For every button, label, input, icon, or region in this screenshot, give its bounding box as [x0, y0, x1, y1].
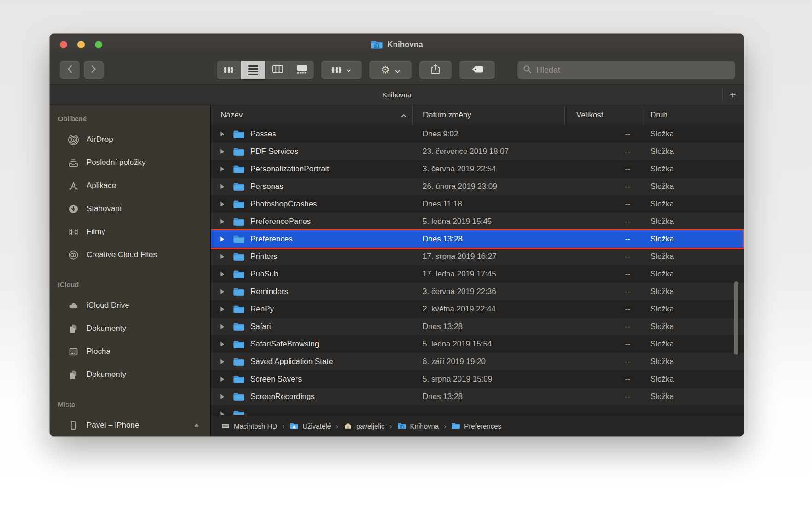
- column-view-icon: [272, 65, 283, 75]
- sidebar-item-aplikace[interactable]: Aplikace: [50, 174, 210, 197]
- group-button[interactable]: [321, 61, 362, 79]
- disclosure-triangle-icon[interactable]: [220, 166, 226, 172]
- desktop-icon: [67, 346, 80, 358]
- table-row[interactable]: Safari Dnes 13:28 -- Složka: [211, 318, 744, 335]
- table-row[interactable]: Passes Dnes 9:02 -- Složka: [211, 125, 744, 143]
- breadcrumb-macintosh-hd[interactable]: Macintosh HD: [221, 422, 277, 430]
- folder-icon: [233, 322, 245, 332]
- disclosure-triangle-icon[interactable]: [220, 393, 226, 400]
- icloud-icon: [67, 299, 80, 312]
- table-row[interactable]: PubSub 17. ledna 2019 17:45 -- Složka: [211, 265, 744, 283]
- vertical-scrollbar[interactable]: [734, 281, 738, 355]
- sidebar-item-creative-cloud-files[interactable]: Creative Cloud Files: [50, 243, 210, 266]
- sidebar-item-dokumenty[interactable]: Dokumenty: [50, 317, 210, 340]
- folder-icon: [233, 164, 245, 174]
- table-row[interactable]: PersonalizationPortrait 3. června 2019 2…: [211, 160, 744, 178]
- disclosure-triangle-icon[interactable]: [220, 358, 226, 365]
- forward-button[interactable]: [84, 61, 104, 79]
- search-field[interactable]: [517, 61, 735, 79]
- sidebar-item-plocha[interactable]: Plocha: [50, 340, 210, 363]
- drive-icon: [221, 422, 230, 430]
- sidebar-section-title: Oblíbené: [58, 114, 210, 123]
- table-row[interactable]: Printers 17. srpna 2019 16:27 -- Složka: [211, 248, 744, 265]
- disclosure-triangle-icon[interactable]: [220, 288, 226, 295]
- share-button[interactable]: [419, 61, 452, 79]
- table-row[interactable]: PreferencePanes 5. ledna 2019 15:45 -- S…: [211, 213, 744, 230]
- tag-button[interactable]: [459, 61, 495, 79]
- disclosure-triangle-icon[interactable]: [220, 271, 226, 277]
- disclosure-triangle-icon[interactable]: [220, 376, 226, 382]
- table-row[interactable]: ScreenRecordings Dnes 13:28 -- Složka: [211, 388, 744, 405]
- library-folder-icon: [397, 422, 406, 430]
- table-row[interactable]: SafariSafeBrowsing 5. ledna 2019 15:54 -…: [211, 335, 744, 353]
- table-row[interactable]: PDF Services 23. července 2019 18:07 -- …: [211, 143, 744, 160]
- folder-icon: [233, 200, 245, 209]
- home-icon: [343, 422, 353, 430]
- disclosure-triangle-icon[interactable]: [220, 148, 226, 155]
- table-row[interactable]: RenPy 2. května 2019 22:44 -- Složka: [211, 300, 744, 318]
- close-button[interactable]: [60, 41, 67, 48]
- table-row[interactable]: Preferences Dnes 13:28 -- Složka: [211, 230, 744, 248]
- chevron-down-icon: [346, 66, 351, 74]
- folder-icon: [233, 357, 245, 367]
- creative-cloud-icon: [67, 249, 80, 261]
- sidebar-item-stahovani[interactable]: Stahování: [50, 197, 210, 220]
- titlebar[interactable]: Knihovna: [50, 34, 744, 56]
- sidebar-item-icloud-drive[interactable]: iCloud Drive: [50, 294, 210, 317]
- library-folder-icon: [371, 40, 383, 50]
- list-view-button[interactable]: [241, 61, 266, 79]
- disclosure-triangle-icon[interactable]: [220, 131, 226, 137]
- icon-view-button[interactable]: [217, 61, 241, 79]
- toolbar: ⚙: [50, 56, 744, 84]
- disclosure-triangle-icon[interactable]: [220, 183, 226, 190]
- sort-ascending-icon[interactable]: [401, 111, 406, 120]
- disclosure-triangle-icon[interactable]: [220, 236, 226, 242]
- disclosure-triangle-icon[interactable]: [220, 253, 226, 260]
- table-row-partial[interactable]: [211, 405, 744, 415]
- breadcrumb-separator: ›: [282, 422, 284, 430]
- table-row[interactable]: Reminders 3. června 2019 22:36 -- Složka: [211, 283, 744, 300]
- back-button[interactable]: [60, 61, 80, 79]
- sidebar-section: Místa Pavel – iPhone: [50, 400, 210, 436]
- disclosure-triangle-icon[interactable]: [220, 201, 226, 207]
- disclosure-triangle-icon[interactable]: [220, 411, 226, 415]
- breadcrumb-knihovna[interactable]: Knihovna: [397, 422, 439, 430]
- window-title-group: Knihovna: [371, 40, 423, 50]
- column-header-size[interactable]: Velikost: [565, 105, 642, 125]
- gallery-view-button[interactable]: [290, 61, 314, 79]
- column-header-name[interactable]: Název: [211, 105, 413, 125]
- sidebar-item-filmy[interactable]: Filmy: [50, 220, 210, 243]
- eject-icon[interactable]: [193, 422, 200, 429]
- disclosure-triangle-icon[interactable]: [220, 218, 226, 225]
- breadcrumb-separator: ›: [336, 422, 338, 430]
- disclosure-triangle-icon[interactable]: [220, 306, 226, 312]
- sidebar-item-pavel-iphone[interactable]: Pavel – iPhone: [50, 414, 210, 436]
- breadcrumb-uzivatele[interactable]: Uživatelé: [290, 422, 331, 430]
- table-row[interactable]: PhotoshopCrashes Dnes 11:18 -- Složka: [211, 195, 744, 213]
- share-icon: [431, 64, 440, 76]
- chevron-down-icon: [395, 64, 400, 76]
- column-view-button[interactable]: [266, 61, 290, 79]
- tab-knihovna[interactable]: Knihovna: [50, 85, 744, 105]
- table-row[interactable]: Personas 26. února 2019 23:09 -- Složka: [211, 178, 744, 195]
- sidebar-item-airdrop[interactable]: AirDrop: [50, 128, 210, 151]
- minimize-button[interactable]: [77, 41, 85, 48]
- sidebar-item-posledni-polozky[interactable]: Poslední položky: [50, 151, 210, 174]
- view-switcher: [217, 61, 314, 79]
- folder-icon: [233, 410, 245, 415]
- column-header-date[interactable]: Datum změny: [413, 105, 565, 125]
- column-header-kind[interactable]: Druh: [642, 105, 744, 125]
- search-input[interactable]: [535, 65, 730, 76]
- table-row[interactable]: Saved Application State 6. září 2019 19:…: [211, 353, 744, 370]
- disclosure-triangle-icon[interactable]: [220, 323, 226, 330]
- breadcrumb-preferences[interactable]: Preferences: [451, 422, 501, 430]
- breadcrumb-paveljelic[interactable]: paveljelic: [343, 422, 385, 430]
- documents-icon: [67, 369, 80, 381]
- table-row[interactable]: Screen Savers 5. srpna 2019 15:09 -- Slo…: [211, 370, 744, 388]
- disclosure-triangle-icon[interactable]: [220, 341, 226, 347]
- action-menu-button[interactable]: ⚙: [369, 61, 412, 79]
- folder-icon: [233, 217, 245, 227]
- sidebar-item-dokumenty[interactable]: Dokumenty: [50, 363, 210, 386]
- zoom-button[interactable]: [95, 41, 102, 48]
- new-tab-button[interactable]: +: [725, 85, 740, 105]
